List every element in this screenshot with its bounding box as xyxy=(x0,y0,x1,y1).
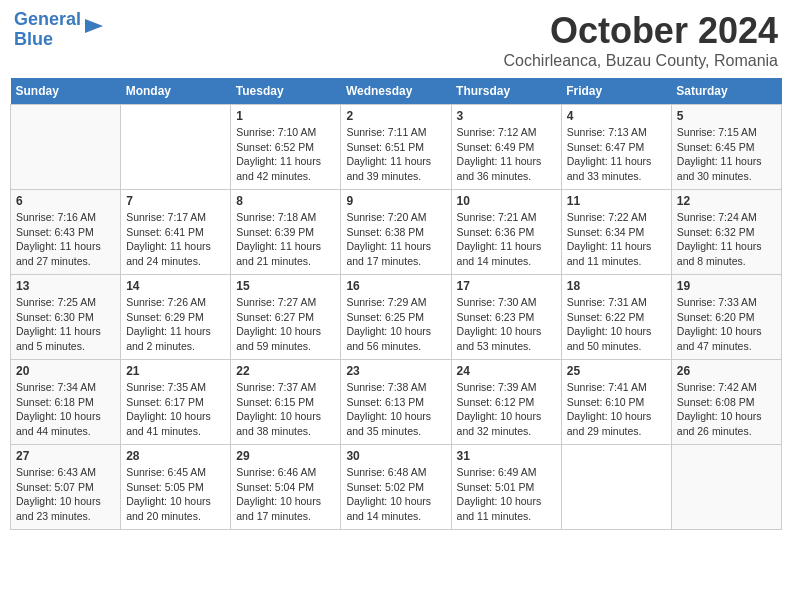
day-number: 9 xyxy=(346,194,445,208)
day-number: 11 xyxy=(567,194,666,208)
week-row-4: 20Sunrise: 7:34 AM Sunset: 6:18 PM Dayli… xyxy=(11,360,782,445)
day-info: Sunrise: 7:41 AM Sunset: 6:10 PM Dayligh… xyxy=(567,380,666,439)
day-number: 30 xyxy=(346,449,445,463)
header-day-wednesday: Wednesday xyxy=(341,78,451,105)
day-info: Sunrise: 7:29 AM Sunset: 6:25 PM Dayligh… xyxy=(346,295,445,354)
calendar-cell: 17Sunrise: 7:30 AM Sunset: 6:23 PM Dayli… xyxy=(451,275,561,360)
day-info: Sunrise: 7:21 AM Sunset: 6:36 PM Dayligh… xyxy=(457,210,556,269)
calendar-cell: 28Sunrise: 6:45 AM Sunset: 5:05 PM Dayli… xyxy=(121,445,231,530)
page-header: GeneralBlue October 2024 Cochirleanca, B… xyxy=(10,10,782,70)
day-number: 20 xyxy=(16,364,115,378)
calendar-cell: 20Sunrise: 7:34 AM Sunset: 6:18 PM Dayli… xyxy=(11,360,121,445)
week-row-5: 27Sunrise: 6:43 AM Sunset: 5:07 PM Dayli… xyxy=(11,445,782,530)
day-number: 1 xyxy=(236,109,335,123)
location-title: Cochirleanca, Buzau County, Romania xyxy=(503,52,778,70)
day-info: Sunrise: 7:33 AM Sunset: 6:20 PM Dayligh… xyxy=(677,295,776,354)
day-number: 6 xyxy=(16,194,115,208)
calendar-cell: 22Sunrise: 7:37 AM Sunset: 6:15 PM Dayli… xyxy=(231,360,341,445)
day-number: 19 xyxy=(677,279,776,293)
calendar-cell: 24Sunrise: 7:39 AM Sunset: 6:12 PM Dayli… xyxy=(451,360,561,445)
header-day-tuesday: Tuesday xyxy=(231,78,341,105)
calendar-cell: 14Sunrise: 7:26 AM Sunset: 6:29 PM Dayli… xyxy=(121,275,231,360)
day-info: Sunrise: 6:46 AM Sunset: 5:04 PM Dayligh… xyxy=(236,465,335,524)
calendar-cell: 18Sunrise: 7:31 AM Sunset: 6:22 PM Dayli… xyxy=(561,275,671,360)
day-number: 21 xyxy=(126,364,225,378)
calendar-cell: 2Sunrise: 7:11 AM Sunset: 6:51 PM Daylig… xyxy=(341,105,451,190)
day-number: 17 xyxy=(457,279,556,293)
day-info: Sunrise: 6:43 AM Sunset: 5:07 PM Dayligh… xyxy=(16,465,115,524)
calendar-cell: 25Sunrise: 7:41 AM Sunset: 6:10 PM Dayli… xyxy=(561,360,671,445)
day-info: Sunrise: 7:34 AM Sunset: 6:18 PM Dayligh… xyxy=(16,380,115,439)
header-day-friday: Friday xyxy=(561,78,671,105)
day-info: Sunrise: 7:18 AM Sunset: 6:39 PM Dayligh… xyxy=(236,210,335,269)
day-info: Sunrise: 6:49 AM Sunset: 5:01 PM Dayligh… xyxy=(457,465,556,524)
day-number: 7 xyxy=(126,194,225,208)
day-number: 13 xyxy=(16,279,115,293)
calendar-cell: 30Sunrise: 6:48 AM Sunset: 5:02 PM Dayli… xyxy=(341,445,451,530)
logo: GeneralBlue xyxy=(14,10,105,50)
week-row-2: 6Sunrise: 7:16 AM Sunset: 6:43 PM Daylig… xyxy=(11,190,782,275)
calendar-cell xyxy=(561,445,671,530)
day-number: 24 xyxy=(457,364,556,378)
calendar-cell: 29Sunrise: 6:46 AM Sunset: 5:04 PM Dayli… xyxy=(231,445,341,530)
calendar-cell: 7Sunrise: 7:17 AM Sunset: 6:41 PM Daylig… xyxy=(121,190,231,275)
day-info: Sunrise: 7:30 AM Sunset: 6:23 PM Dayligh… xyxy=(457,295,556,354)
header-day-sunday: Sunday xyxy=(11,78,121,105)
day-info: Sunrise: 6:48 AM Sunset: 5:02 PM Dayligh… xyxy=(346,465,445,524)
day-number: 16 xyxy=(346,279,445,293)
calendar-cell: 3Sunrise: 7:12 AM Sunset: 6:49 PM Daylig… xyxy=(451,105,561,190)
calendar-cell: 10Sunrise: 7:21 AM Sunset: 6:36 PM Dayli… xyxy=(451,190,561,275)
calendar-table: SundayMondayTuesdayWednesdayThursdayFrid… xyxy=(10,78,782,530)
day-number: 27 xyxy=(16,449,115,463)
day-number: 28 xyxy=(126,449,225,463)
day-info: Sunrise: 7:22 AM Sunset: 6:34 PM Dayligh… xyxy=(567,210,666,269)
day-info: Sunrise: 7:38 AM Sunset: 6:13 PM Dayligh… xyxy=(346,380,445,439)
calendar-cell: 13Sunrise: 7:25 AM Sunset: 6:30 PM Dayli… xyxy=(11,275,121,360)
day-number: 25 xyxy=(567,364,666,378)
calendar-cell xyxy=(11,105,121,190)
calendar-cell: 1Sunrise: 7:10 AM Sunset: 6:52 PM Daylig… xyxy=(231,105,341,190)
day-number: 12 xyxy=(677,194,776,208)
calendar-cell: 23Sunrise: 7:38 AM Sunset: 6:13 PM Dayli… xyxy=(341,360,451,445)
day-info: Sunrise: 7:15 AM Sunset: 6:45 PM Dayligh… xyxy=(677,125,776,184)
day-info: Sunrise: 7:26 AM Sunset: 6:29 PM Dayligh… xyxy=(126,295,225,354)
day-number: 31 xyxy=(457,449,556,463)
day-info: Sunrise: 7:20 AM Sunset: 6:38 PM Dayligh… xyxy=(346,210,445,269)
day-number: 15 xyxy=(236,279,335,293)
day-number: 22 xyxy=(236,364,335,378)
day-info: Sunrise: 7:12 AM Sunset: 6:49 PM Dayligh… xyxy=(457,125,556,184)
calendar-cell: 11Sunrise: 7:22 AM Sunset: 6:34 PM Dayli… xyxy=(561,190,671,275)
header-day-saturday: Saturday xyxy=(671,78,781,105)
day-info: Sunrise: 7:25 AM Sunset: 6:30 PM Dayligh… xyxy=(16,295,115,354)
logo-icon xyxy=(83,15,105,37)
calendar-cell: 9Sunrise: 7:20 AM Sunset: 6:38 PM Daylig… xyxy=(341,190,451,275)
day-number: 29 xyxy=(236,449,335,463)
calendar-cell: 27Sunrise: 6:43 AM Sunset: 5:07 PM Dayli… xyxy=(11,445,121,530)
day-info: Sunrise: 7:35 AM Sunset: 6:17 PM Dayligh… xyxy=(126,380,225,439)
calendar-cell: 19Sunrise: 7:33 AM Sunset: 6:20 PM Dayli… xyxy=(671,275,781,360)
day-number: 10 xyxy=(457,194,556,208)
day-number: 2 xyxy=(346,109,445,123)
day-info: Sunrise: 7:27 AM Sunset: 6:27 PM Dayligh… xyxy=(236,295,335,354)
day-info: Sunrise: 7:31 AM Sunset: 6:22 PM Dayligh… xyxy=(567,295,666,354)
week-row-1: 1Sunrise: 7:10 AM Sunset: 6:52 PM Daylig… xyxy=(11,105,782,190)
day-info: Sunrise: 7:10 AM Sunset: 6:52 PM Dayligh… xyxy=(236,125,335,184)
calendar-cell: 15Sunrise: 7:27 AM Sunset: 6:27 PM Dayli… xyxy=(231,275,341,360)
day-info: Sunrise: 7:17 AM Sunset: 6:41 PM Dayligh… xyxy=(126,210,225,269)
day-info: Sunrise: 6:45 AM Sunset: 5:05 PM Dayligh… xyxy=(126,465,225,524)
calendar-cell xyxy=(671,445,781,530)
calendar-cell: 21Sunrise: 7:35 AM Sunset: 6:17 PM Dayli… xyxy=(121,360,231,445)
header-day-monday: Monday xyxy=(121,78,231,105)
svg-marker-0 xyxy=(85,19,103,33)
calendar-cell: 31Sunrise: 6:49 AM Sunset: 5:01 PM Dayli… xyxy=(451,445,561,530)
day-info: Sunrise: 7:24 AM Sunset: 6:32 PM Dayligh… xyxy=(677,210,776,269)
day-number: 4 xyxy=(567,109,666,123)
day-info: Sunrise: 7:16 AM Sunset: 6:43 PM Dayligh… xyxy=(16,210,115,269)
day-number: 3 xyxy=(457,109,556,123)
day-info: Sunrise: 7:11 AM Sunset: 6:51 PM Dayligh… xyxy=(346,125,445,184)
title-section: October 2024 Cochirleanca, Buzau County,… xyxy=(503,10,778,70)
calendar-cell: 8Sunrise: 7:18 AM Sunset: 6:39 PM Daylig… xyxy=(231,190,341,275)
day-number: 18 xyxy=(567,279,666,293)
day-number: 8 xyxy=(236,194,335,208)
week-row-3: 13Sunrise: 7:25 AM Sunset: 6:30 PM Dayli… xyxy=(11,275,782,360)
